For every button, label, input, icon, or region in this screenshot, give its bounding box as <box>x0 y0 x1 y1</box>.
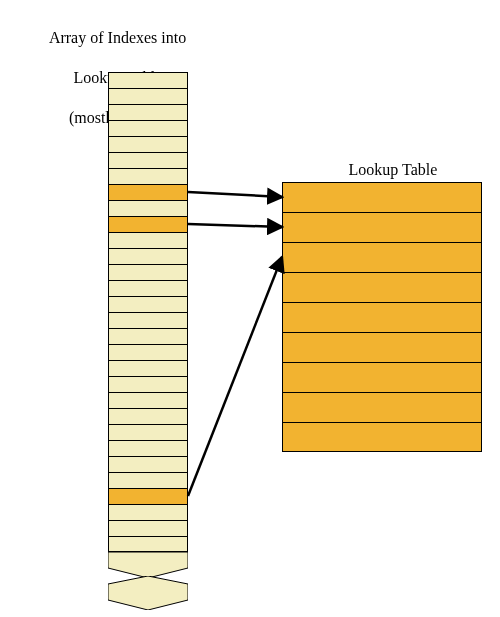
arrow-icon <box>188 224 282 227</box>
arrow-icon <box>188 257 282 496</box>
arrow-icon <box>188 192 282 197</box>
diagram-canvas: Array of Indexes into Lookup Table (most… <box>0 0 500 617</box>
pointer-arrows <box>0 0 500 617</box>
